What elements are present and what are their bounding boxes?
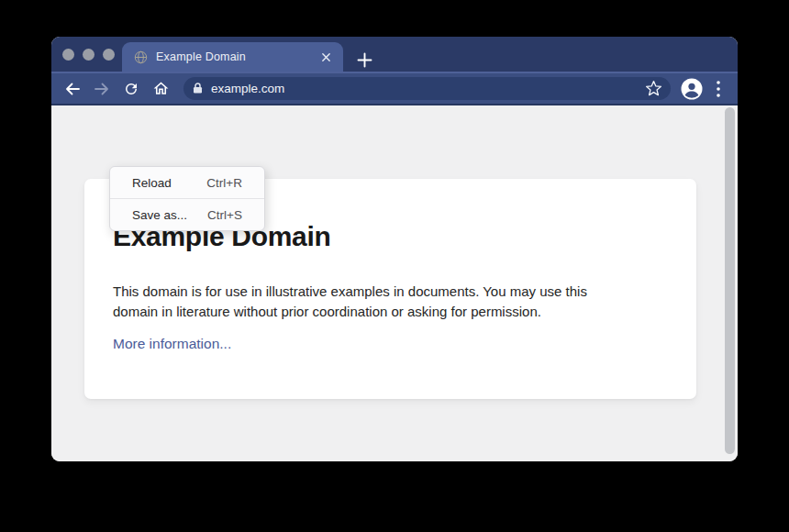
menu-item-shortcut: Ctrl+R xyxy=(206,176,242,190)
address-bar[interactable]: example.com xyxy=(183,77,671,100)
page-paragraph: This domain is for use in illustrative e… xyxy=(113,282,669,321)
bookmark-star-icon[interactable] xyxy=(643,79,663,99)
page-content: Reload Ctrl+R Save as... Ctrl+S Example … xyxy=(51,105,738,461)
browser-toolbar: example.com xyxy=(51,72,738,105)
plus-icon xyxy=(357,52,372,68)
tab-close-icon[interactable] xyxy=(317,49,334,65)
back-button[interactable] xyxy=(59,75,86,103)
home-icon xyxy=(152,80,170,97)
profile-avatar-button[interactable] xyxy=(680,77,704,101)
home-button[interactable] xyxy=(147,75,174,103)
arrow-left-icon xyxy=(63,80,82,98)
menu-item-label: Save as... xyxy=(132,208,187,222)
menu-item-shortcut: Ctrl+S xyxy=(207,208,242,222)
context-menu-item-reload[interactable]: Reload Ctrl+R xyxy=(110,167,264,198)
tab-title: Example Domain xyxy=(156,50,246,63)
maximize-window-button[interactable] xyxy=(103,49,115,61)
paragraph-line: This domain is for use in illustrative e… xyxy=(113,282,669,302)
reload-button[interactable] xyxy=(117,75,145,103)
person-circle-icon xyxy=(680,77,704,101)
url-text: example.com xyxy=(211,82,284,95)
forward-button[interactable] xyxy=(88,75,116,103)
context-menu: Reload Ctrl+R Save as... Ctrl+S xyxy=(109,166,265,231)
minimize-window-button[interactable] xyxy=(83,49,94,61)
more-information-link[interactable]: More information... xyxy=(113,336,231,352)
three-dots-vertical-icon xyxy=(717,81,720,97)
window-controls xyxy=(62,49,115,61)
favicon-globe-icon xyxy=(134,50,148,64)
new-tab-button[interactable] xyxy=(354,50,374,70)
refresh-icon xyxy=(123,81,139,97)
close-window-button[interactable] xyxy=(62,49,74,61)
paragraph-line: domain in literature without prior coord… xyxy=(113,302,669,322)
browser-menu-button[interactable] xyxy=(712,77,725,101)
vertical-scrollbar-thumb[interactable] xyxy=(725,107,735,454)
padlock-icon[interactable] xyxy=(193,83,203,94)
arrow-right-icon xyxy=(93,80,111,98)
browser-window: Example Domain xyxy=(51,37,738,461)
browser-tab[interactable]: Example Domain xyxy=(122,42,343,72)
context-menu-item-save-as[interactable]: Save as... Ctrl+S xyxy=(110,199,264,230)
title-bar: Example Domain xyxy=(51,37,738,72)
menu-item-label: Reload xyxy=(132,176,172,190)
